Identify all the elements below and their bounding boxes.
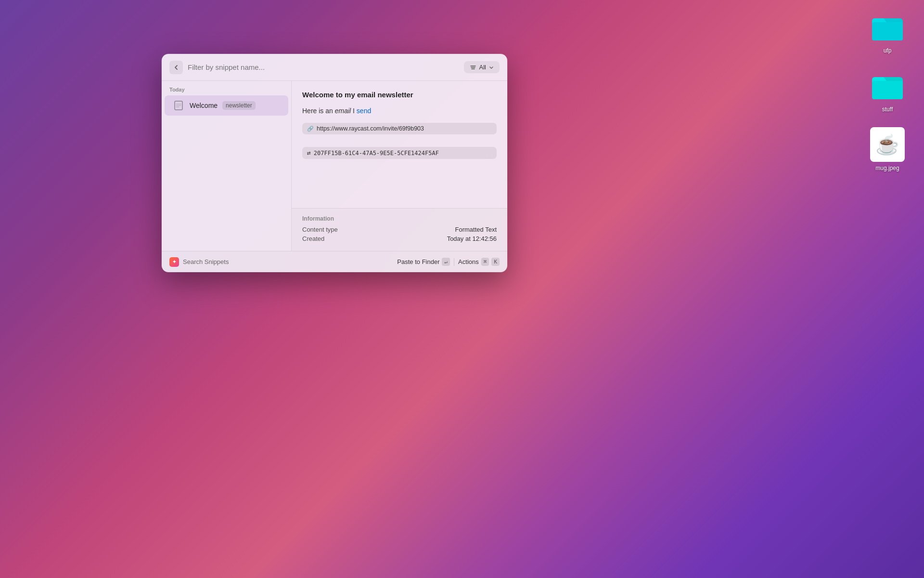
snippet-doc-icon: [172, 99, 185, 112]
filter-label: All: [479, 64, 486, 71]
preview-text-italic: email: [335, 107, 351, 115]
uuid-icon: ⇄: [307, 149, 311, 157]
created-value: Today at 12:42:56: [447, 235, 497, 242]
content-type-value: Formatted Text: [455, 226, 497, 233]
actions-button[interactable]: Actions ⌘ K: [458, 258, 500, 266]
created-key: Created: [302, 235, 324, 242]
preview-body-text: Here is an email I send: [302, 105, 497, 116]
preview-link[interactable]: send: [357, 107, 371, 115]
footer-left: ✦ Search Snippets: [169, 257, 393, 267]
info-row-created: Created Today at 12:42:56: [302, 235, 497, 242]
filter-icon: [470, 64, 476, 71]
section-today-label: Today: [162, 87, 291, 95]
enter-key: ↵: [442, 258, 450, 266]
folder-ufp-icon: [870, 10, 905, 44]
preview-title: Welcome to my email newsletter: [302, 91, 497, 99]
mug-image: ☕: [870, 127, 905, 162]
paste-to-finder-button[interactable]: Paste to Finder ↵: [397, 258, 450, 266]
desktop-icon-mug[interactable]: ☕ mug.jpeg: [870, 127, 905, 171]
filter-button[interactable]: All: [464, 61, 500, 73]
actions-label: Actions: [458, 258, 479, 265]
info-row-content-type: Content type Formatted Text: [302, 226, 497, 233]
uuid-pill-text: 207FF15B-61C4-47A5-9E5E-5CFE1424F5AF: [314, 150, 439, 157]
back-icon: [173, 65, 179, 70]
folder-stuff-icon: [870, 68, 905, 103]
snippet-name: Welcome: [190, 102, 218, 109]
desktop-icon-stuff-label: stuff: [882, 106, 893, 113]
desktop-icon-mug-label: mug.jpeg: [875, 165, 899, 171]
modal-footer: ✦ Search Snippets Paste to Finder ↵ Acti…: [162, 251, 507, 272]
preview-area: Welcome to my email newsletter Here is a…: [292, 81, 507, 208]
modal-header: All: [162, 54, 507, 81]
snippet-item-welcome[interactable]: Welcome newsletter: [165, 95, 288, 116]
info-section: Information Content type Formatted Text …: [292, 208, 507, 251]
url-pill-text: https://www.raycast.com/invite/69f9b903: [317, 125, 424, 132]
info-section-label: Information: [302, 215, 497, 222]
preview-text-after-italic: I: [351, 107, 357, 115]
desktop-icon-ufp[interactable]: ufp: [870, 10, 905, 54]
back-button[interactable]: [169, 61, 183, 74]
content-type-key: Content type: [302, 226, 338, 233]
desktop-icon-stuff[interactable]: stuff: [870, 68, 905, 113]
paste-label: Paste to Finder: [397, 258, 439, 265]
k-key: K: [491, 258, 500, 266]
footer-divider: [454, 258, 454, 266]
svg-rect-1: [872, 22, 903, 40]
footer-search-label: Search Snippets: [183, 258, 229, 265]
cmd-key: ⌘: [481, 258, 489, 266]
raycast-icon: ✦: [169, 257, 179, 267]
uuid-pill[interactable]: ⇄ 207FF15B-61C4-47A5-9E5E-5CFE1424F5AF: [302, 147, 497, 159]
modal-body: Today Welcome newsletter Welcome to my e…: [162, 81, 507, 251]
snippet-tag: newsletter: [222, 101, 256, 110]
chevron-down-icon: [489, 65, 494, 70]
search-input[interactable]: [188, 63, 459, 71]
snippets-modal: All Today Welcome newsletter: [162, 54, 507, 272]
url-pill[interactable]: 🔗 https://www.raycast.com/invite/69f9b90…: [302, 123, 497, 134]
preview-text-before: Here is an: [302, 107, 335, 115]
desktop-icons: ufp stuff ☕ mug.jpeg: [870, 10, 905, 171]
right-panel: Welcome to my email newsletter Here is a…: [292, 81, 507, 251]
footer-right: Paste to Finder ↵ Actions ⌘ K: [397, 258, 500, 266]
svg-rect-3: [872, 81, 903, 99]
left-panel: Today Welcome newsletter: [162, 81, 292, 251]
desktop-icon-ufp-label: ufp: [884, 47, 892, 54]
link-icon: 🔗: [307, 126, 314, 132]
